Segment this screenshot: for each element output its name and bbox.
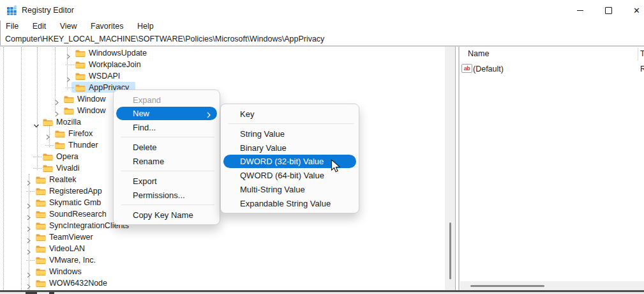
string-value-icon: ab bbox=[461, 64, 472, 73]
menu-item-find[interactable]: Find... bbox=[114, 120, 220, 134]
menu-separator bbox=[121, 205, 214, 205]
tree-connector bbox=[45, 145, 54, 146]
tree-item-label: Vivaldi bbox=[56, 164, 80, 173]
values-horizontal-scrollbar-thumb[interactable] bbox=[470, 285, 544, 287]
close-button[interactable]: ✕ bbox=[622, 0, 644, 20]
tree-item-label: Firefox bbox=[68, 129, 93, 138]
tree-item-workplacejoin[interactable]: WorkplaceJoin bbox=[0, 59, 445, 70]
tree-item-label: Window bbox=[77, 106, 105, 115]
context-menu: ExpandNewFind...DeleteRenameExportPermis… bbox=[113, 89, 220, 225]
tree-vertical-scrollbar-thumb[interactable] bbox=[449, 222, 451, 279]
tree-connector bbox=[33, 157, 41, 157]
tree-item-label: SoundResearch bbox=[49, 210, 107, 219]
menubar-item-view[interactable]: View bbox=[54, 20, 83, 31]
maximize-icon bbox=[605, 7, 612, 14]
value-row-default[interactable]: ab (Default) REG_SZ bbox=[460, 63, 644, 75]
column-header-name[interactable]: Name bbox=[468, 49, 489, 58]
panel-splitter[interactable] bbox=[455, 47, 460, 290]
menu-separator bbox=[228, 123, 354, 124]
tree-item-wow6432node[interactable]: WOW6432Node bbox=[0, 277, 445, 289]
tree-item-label: WOW6432Node bbox=[49, 279, 107, 288]
tree-item-windows[interactable]: Windows bbox=[0, 266, 445, 277]
column-header-type[interactable]: Type bbox=[640, 49, 644, 58]
minimize-button[interactable] bbox=[565, 0, 594, 20]
tree-connector bbox=[66, 88, 74, 88]
tree-item-label: Window bbox=[77, 95, 105, 104]
menu-item-permissions[interactable]: Permissions... bbox=[114, 188, 220, 202]
tree-item-teamviewer[interactable]: TeamViewer bbox=[0, 231, 445, 243]
menu-item-new[interactable]: New bbox=[116, 107, 217, 120]
menubar-item-file[interactable]: File bbox=[0, 20, 24, 31]
tree-vertical-scrollbar[interactable] bbox=[445, 47, 455, 290]
tree-item-label: VideoLAN bbox=[49, 244, 85, 253]
close-icon: ✕ bbox=[633, 6, 640, 15]
tree-connector bbox=[26, 260, 34, 261]
tree-connector bbox=[26, 191, 34, 192]
window-title: Registry Editor bbox=[22, 6, 74, 15]
tree-item-label: Opera bbox=[56, 152, 79, 161]
menu-item-delete[interactable]: Delete bbox=[114, 140, 220, 154]
menu-separator bbox=[121, 171, 214, 171]
tree-item-windowsupdate[interactable]: WindowsUpdate bbox=[0, 47, 445, 59]
tree-item-wsdapi[interactable]: WSDAPI bbox=[0, 70, 445, 82]
tree-connector bbox=[66, 65, 74, 65]
address-bar[interactable]: Computer\HKEY_LOCAL_MACHINE\SOFTWARE\Pol… bbox=[0, 33, 644, 45]
tree-item-label: Skymatic Gmb bbox=[49, 198, 101, 207]
submenu-item-string-value[interactable]: String Value bbox=[221, 127, 359, 141]
submenu-arrow-icon bbox=[207, 111, 211, 120]
minimize-icon bbox=[577, 10, 583, 11]
column-separator[interactable] bbox=[638, 48, 638, 61]
value-type: REG_SZ bbox=[640, 65, 644, 74]
tree-item-label: Mozilla bbox=[56, 118, 81, 127]
tree-item-label: Realtek bbox=[49, 175, 76, 184]
menu-separator bbox=[121, 137, 214, 137]
tree-item-videolan[interactable]: VideoLAN bbox=[0, 243, 445, 254]
tree-item-label: WSDAPI bbox=[89, 72, 120, 81]
tree-item-label: RegisteredApp bbox=[49, 187, 102, 196]
tree-item-syncintegrationclients[interactable]: SyncIntegrationClients bbox=[0, 220, 445, 231]
menu-item-copy-key-name[interactable]: Copy Key Name bbox=[114, 208, 220, 222]
submenu-item-key[interactable]: Key bbox=[221, 107, 359, 121]
title-bar: Registry Editor ✕ bbox=[0, 0, 644, 20]
tree-item-label: Windows bbox=[49, 267, 82, 276]
new-submenu: KeyString ValueBinary ValueDWORD (32-bit… bbox=[220, 104, 359, 213]
menubar-item-favorites[interactable]: Favorites bbox=[85, 20, 129, 31]
menu-bar: File Edit View Favorites Help bbox=[0, 20, 644, 33]
menubar-item-help[interactable]: Help bbox=[131, 20, 160, 31]
submenu-item-binary-value[interactable]: Binary Value bbox=[221, 141, 359, 155]
registry-editor-window: Registry Editor ✕ File Edit View Favorit… bbox=[0, 0, 644, 294]
submenu-item-expandable-string-value[interactable]: Expandable String Value bbox=[221, 196, 359, 210]
tree-item-label: VMware, Inc. bbox=[49, 256, 96, 265]
submenu-item-multi-string-value[interactable]: Multi-String Value bbox=[221, 182, 359, 196]
menubar-item-edit[interactable]: Edit bbox=[27, 20, 52, 31]
tree-item-label: WorkplaceJoin bbox=[89, 60, 141, 69]
tree-item-label: TeamViewer bbox=[49, 233, 93, 242]
tree-item-label: WindowsUpdate bbox=[89, 49, 147, 58]
tree-item-appprivacy[interactable]: AppPrivacy bbox=[0, 82, 445, 93]
values-panel: Name Type ab (Default) REG_SZ bbox=[460, 47, 644, 281]
tree-connector bbox=[33, 168, 41, 169]
tree-item-label: Thunder bbox=[68, 141, 98, 150]
value-name: (Default) bbox=[473, 65, 504, 74]
tree-item-vmware-inc[interactable]: VMware, Inc. bbox=[0, 254, 445, 266]
tree-item-window[interactable]: Window bbox=[0, 93, 445, 105]
mouse-cursor bbox=[331, 159, 341, 176]
values-horizontal-scrollbar[interactable] bbox=[460, 281, 644, 290]
menu-item-expand: Expand bbox=[114, 93, 220, 107]
menu-item-export[interactable]: Export bbox=[114, 174, 220, 188]
maximize-button[interactable] bbox=[594, 0, 623, 20]
registry-editor-app-icon bbox=[6, 4, 17, 18]
menu-item-rename[interactable]: Rename bbox=[114, 154, 220, 168]
